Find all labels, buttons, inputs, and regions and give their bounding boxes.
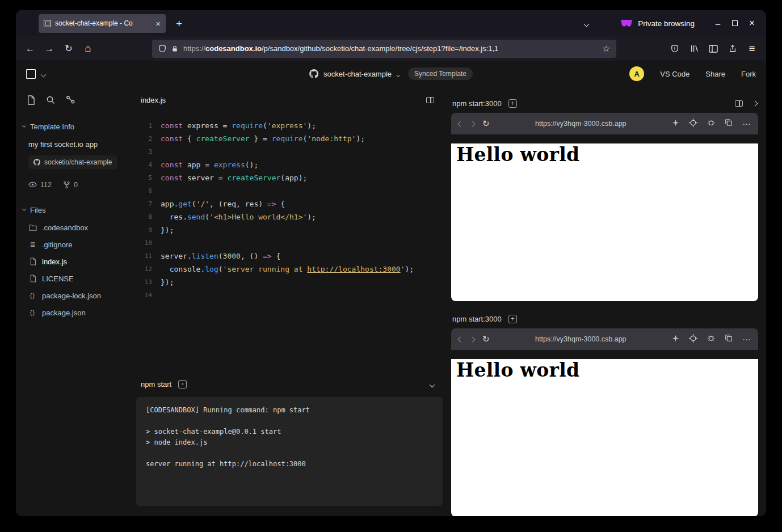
- preview-forward-icon[interactable]: [470, 337, 474, 341]
- lock-icon[interactable]: [171, 45, 178, 53]
- code-line[interactable]: 12 console.log('server running at http:/…: [136, 263, 443, 276]
- code-line[interactable]: 6: [136, 184, 443, 197]
- code-line[interactable]: 1const express = require('express');: [136, 119, 443, 132]
- search-icon[interactable]: [45, 94, 56, 105]
- preview-url[interactable]: https://vy3hqm-3000.csb.app: [498, 335, 664, 343]
- chevron-down-icon: [22, 207, 26, 211]
- library-icon[interactable]: [684, 40, 704, 58]
- devtools-bug-icon[interactable]: [707, 119, 715, 129]
- preview-url[interactable]: https://vy3hqm-3000.csb.app: [498, 120, 664, 128]
- chevron-right-icon[interactable]: [752, 100, 758, 106]
- code-line[interactable]: 14: [136, 289, 443, 302]
- share-export-icon[interactable]: [723, 40, 742, 58]
- terminal-collapse-icon[interactable]: [430, 380, 434, 389]
- file-name: package.json: [42, 309, 86, 317]
- eye-icon: [28, 180, 37, 189]
- preview-content[interactable]: Hello world: [451, 359, 758, 516]
- split-preview-icon[interactable]: [735, 100, 743, 107]
- project-chevron-icon[interactable]: [397, 69, 400, 79]
- preview-back-icon[interactable]: [459, 337, 463, 341]
- menu-icon[interactable]: ≡: [742, 40, 762, 58]
- home-button[interactable]: ⌂: [78, 40, 98, 58]
- code-line[interactable]: 13});: [136, 276, 443, 289]
- back-button[interactable]: ←: [20, 40, 40, 58]
- terminal-output[interactable]: [CODESANDBOX] Running command: npm start…: [136, 397, 443, 506]
- file-item-.gitignore[interactable]: ≣.gitignore: [16, 236, 136, 253]
- duplicate-icon[interactable]: [725, 119, 733, 129]
- tab-list-chevron-icon[interactable]: [585, 18, 588, 28]
- share-button[interactable]: Share: [705, 70, 725, 78]
- repo-name: socketio/chat-example: [44, 158, 112, 166]
- sidebar-toggle-icon[interactable]: [704, 40, 723, 58]
- preview-content[interactable]: Hello world: [451, 143, 758, 301]
- template-title: my first socket.io app: [28, 140, 136, 149]
- workspace-logo-icon[interactable]: [26, 69, 36, 79]
- preview-tab[interactable]: npm start:3000: [452, 315, 502, 323]
- code-text: const { createServer } = require('node:h…: [152, 132, 365, 145]
- target-icon[interactable]: [689, 334, 697, 345]
- preview-forward-icon[interactable]: [470, 122, 474, 126]
- code-line[interactable]: 5const server = createServer(app);: [136, 171, 443, 184]
- file-item-.codesandbox[interactable]: .codesandbox: [16, 219, 136, 236]
- maximize-button[interactable]: [726, 15, 743, 32]
- file-name: package-lock.json: [42, 292, 101, 300]
- permissions-shield-icon[interactable]: [665, 40, 684, 58]
- code-line[interactable]: 4const app = express();: [136, 158, 443, 171]
- avatar[interactable]: A: [629, 66, 644, 81]
- vscode-button[interactable]: VS Code: [660, 70, 689, 78]
- editor: index.js 1const express = require('expre…: [136, 86, 443, 516]
- files-header[interactable]: Files: [16, 206, 136, 214]
- fork-button[interactable]: Fork: [741, 70, 756, 78]
- url-bar[interactable]: https://codesandbox.io/p/sandbox/github/…: [152, 40, 616, 58]
- inspect-sparkle-icon[interactable]: [672, 334, 679, 344]
- preview-tab[interactable]: npm start:3000: [452, 99, 502, 108]
- task-icon[interactable]: ×: [178, 380, 187, 389]
- editor-tab-indexjs[interactable]: index.js: [141, 96, 166, 104]
- add-preview-icon[interactable]: +: [508, 99, 517, 108]
- file-item-package-lock.json[interactable]: {}package-lock.json: [16, 287, 136, 304]
- file-item-package.json[interactable]: {}package.json: [16, 304, 136, 321]
- code-text: server.listen(3000, () => {: [152, 250, 280, 263]
- tab-close-icon[interactable]: ×: [155, 19, 161, 28]
- add-preview-icon[interactable]: +: [508, 315, 517, 323]
- devtools-bug-icon[interactable]: [707, 334, 715, 344]
- inspect-sparkle-icon[interactable]: [672, 119, 679, 129]
- minimize-button[interactable]: –: [709, 15, 726, 32]
- terminal-block: npm start × [CODESANDBOX] Running comman…: [136, 375, 443, 516]
- code-line[interactable]: 11server.listen(3000, () => {: [136, 250, 443, 263]
- code-line[interactable]: 8 res.send('<h1>Hello world</h1>');: [136, 210, 443, 223]
- code-text: app.get('/', (req, res) => {: [152, 197, 285, 210]
- preview-reload-icon[interactable]: ↻: [482, 334, 490, 344]
- plugins-icon[interactable]: [65, 94, 76, 105]
- terminal-header[interactable]: npm start ×: [136, 375, 443, 392]
- more-icon[interactable]: ⋯: [742, 120, 751, 128]
- forward-button[interactable]: →: [40, 40, 59, 58]
- reload-button[interactable]: ↻: [59, 40, 78, 58]
- file-item-index.js[interactable]: index.js: [16, 253, 136, 270]
- code-line[interactable]: 3: [136, 145, 443, 158]
- template-info-header[interactable]: Template Info: [16, 123, 136, 131]
- file-item-LICENSE[interactable]: LICENSE: [16, 270, 136, 287]
- code-line[interactable]: 9});: [136, 223, 443, 237]
- line-number: 8: [136, 210, 152, 223]
- terminal-line: [146, 448, 433, 459]
- project-name[interactable]: socket-chat-example: [323, 70, 392, 78]
- preview-reload-icon[interactable]: ↻: [482, 119, 490, 129]
- repo-link[interactable]: socketio/chat-example: [28, 155, 117, 169]
- split-editor-icon[interactable]: [426, 97, 434, 103]
- bookmark-star-icon[interactable]: ☆: [603, 44, 610, 54]
- file-explorer-icon[interactable]: [25, 94, 36, 105]
- code-line[interactable]: 2const { createServer } = require('node:…: [136, 132, 443, 145]
- synced-template-badge[interactable]: Synced Template: [408, 67, 473, 80]
- more-icon[interactable]: ⋯: [742, 335, 751, 344]
- duplicate-icon[interactable]: [725, 334, 733, 344]
- new-tab-button[interactable]: +: [173, 18, 186, 29]
- code-line[interactable]: 7app.get('/', (req, res) => {: [136, 197, 443, 210]
- tracking-shield-icon[interactable]: [158, 44, 166, 53]
- preview-back-icon[interactable]: [459, 122, 463, 126]
- code-line[interactable]: 10: [136, 237, 443, 250]
- close-window-button[interactable]: ×: [743, 15, 760, 32]
- workspace-chevron-icon[interactable]: [41, 69, 45, 79]
- browser-tab[interactable]: socket-chat-example - Co ×: [39, 14, 166, 33]
- target-icon[interactable]: [689, 119, 697, 129]
